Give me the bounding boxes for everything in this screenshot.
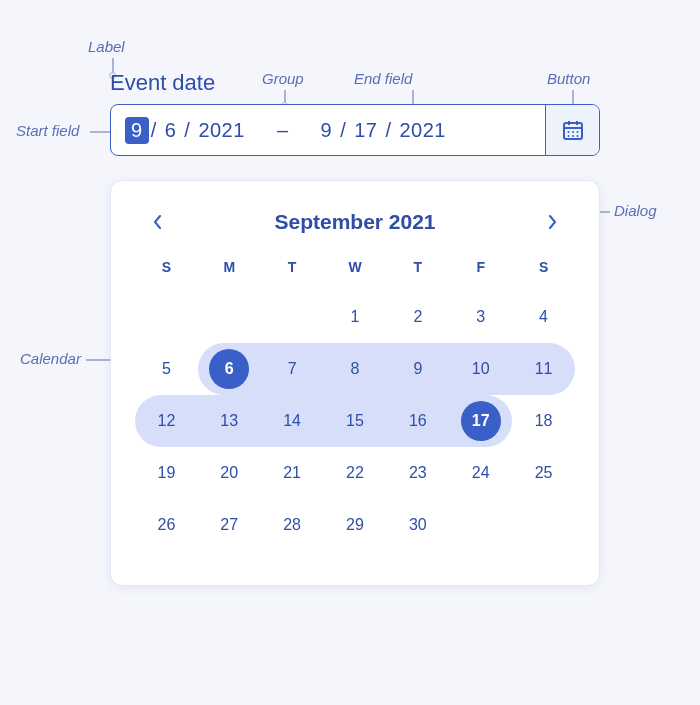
annotation-label: Label	[88, 38, 125, 55]
calendar-day-number: 26	[146, 505, 186, 545]
end-day-segment[interactable]: 17	[348, 117, 383, 144]
dow-header: F	[449, 253, 512, 291]
field-label: Event date	[110, 70, 600, 96]
calendar-day-number: 4	[524, 297, 564, 337]
dow-header: T	[386, 253, 449, 291]
calendar-day[interactable]: 8	[324, 343, 387, 395]
day-of-week-row: SMTWTFS	[135, 253, 575, 291]
calendar-day[interactable]: 1	[324, 291, 387, 343]
calendar-day-number: 19	[146, 453, 186, 493]
calendar-empty-cell	[198, 291, 261, 343]
calendar-day-number: 10	[461, 349, 501, 389]
prev-month-button[interactable]	[145, 209, 171, 235]
calendar-day[interactable]: 19	[135, 447, 198, 499]
calendar-day-number: 16	[398, 401, 438, 441]
calendar-day[interactable]: 29	[324, 499, 387, 551]
svg-point-6	[576, 131, 578, 133]
calendar-day[interactable]: 4	[512, 291, 575, 343]
calendar-day-number: 25	[524, 453, 564, 493]
calendar-day-number: 12	[146, 401, 186, 441]
calendar-day[interactable]: 11	[512, 343, 575, 395]
annotation-start-field: Start field	[16, 122, 79, 139]
svg-point-5	[572, 131, 574, 133]
calendar-day-number: 8	[335, 349, 375, 389]
calendar-day[interactable]: 30	[386, 499, 449, 551]
annotation-calendar: Calendar	[20, 350, 81, 367]
calendar-day[interactable]: 18	[512, 395, 575, 447]
calendar-day[interactable]: 27	[198, 499, 261, 551]
calendar-grid: 1234567891011121314151617181920212223242…	[135, 291, 575, 551]
dow-header: T	[261, 253, 324, 291]
start-year-segment[interactable]: 2021	[192, 117, 251, 144]
svg-point-9	[576, 135, 578, 137]
calendar-day[interactable]: 12	[135, 395, 198, 447]
svg-point-8	[572, 135, 574, 137]
calendar-button[interactable]	[545, 105, 599, 155]
calendar-day-number: 29	[335, 505, 375, 545]
date-fields: 9 / 6 / 2021 – 9 / 17 / 2021	[111, 105, 545, 155]
calendar-day-number: 23	[398, 453, 438, 493]
end-month-segment[interactable]: 9	[315, 117, 339, 144]
calendar-day[interactable]: 10	[449, 343, 512, 395]
calendar-day-number: 5	[146, 349, 186, 389]
calendar-day-number: 24	[461, 453, 501, 493]
calendar-day[interactable]: 26	[135, 499, 198, 551]
calendar-day[interactable]: 17	[449, 395, 512, 447]
calendar-day[interactable]: 5	[135, 343, 198, 395]
chevron-left-icon	[153, 215, 163, 229]
calendar-day-number: 15	[335, 401, 375, 441]
annotation-dialog: Dialog	[614, 202, 657, 219]
calendar-icon	[561, 118, 585, 142]
calendar-day-number: 30	[398, 505, 438, 545]
calendar-day-number: 21	[272, 453, 312, 493]
svg-point-4	[567, 131, 569, 133]
date-range-picker: Event date 9 / 6 / 2021 – 9 / 17 / 2021	[110, 70, 600, 156]
calendar-day-number: 7	[272, 349, 312, 389]
calendar-day-number: 17	[461, 401, 501, 441]
start-separator: /	[149, 119, 159, 142]
calendar-day-number: 22	[335, 453, 375, 493]
dow-header: S	[135, 253, 198, 291]
end-separator: /	[383, 119, 393, 142]
calendar-day-number: 3	[461, 297, 501, 337]
calendar-day-number: 9	[398, 349, 438, 389]
calendar-day[interactable]: 20	[198, 447, 261, 499]
field-group: 9 / 6 / 2021 – 9 / 17 / 2021	[110, 104, 600, 156]
start-day-segment[interactable]: 6	[159, 117, 183, 144]
calendar-header: September 2021	[135, 209, 575, 253]
end-separator: /	[338, 119, 348, 142]
calendar-day[interactable]: 14	[261, 395, 324, 447]
end-year-segment[interactable]: 2021	[394, 117, 453, 144]
calendar-day[interactable]: 15	[324, 395, 387, 447]
calendar-day-number: 18	[524, 401, 564, 441]
calendar-day[interactable]: 3	[449, 291, 512, 343]
chevron-right-icon	[547, 215, 557, 229]
range-separator: –	[251, 119, 315, 142]
calendar-empty-cell	[135, 291, 198, 343]
next-month-button[interactable]	[539, 209, 565, 235]
calendar-day[interactable]: 7	[261, 343, 324, 395]
calendar-day[interactable]: 23	[386, 447, 449, 499]
start-separator: /	[182, 119, 192, 142]
calendar-day[interactable]: 2	[386, 291, 449, 343]
calendar-empty-cell	[261, 291, 324, 343]
calendar-day[interactable]: 28	[261, 499, 324, 551]
calendar-day[interactable]: 22	[324, 447, 387, 499]
dow-header: W	[324, 253, 387, 291]
calendar-day-number: 28	[272, 505, 312, 545]
start-month-segment[interactable]: 9	[125, 117, 149, 144]
calendar-day[interactable]: 24	[449, 447, 512, 499]
calendar-day-number: 20	[209, 453, 249, 493]
calendar-day[interactable]: 21	[261, 447, 324, 499]
calendar-day[interactable]: 16	[386, 395, 449, 447]
svg-point-7	[567, 135, 569, 137]
calendar-day-number: 27	[209, 505, 249, 545]
calendar-day[interactable]: 13	[198, 395, 261, 447]
calendar-day-number: 2	[398, 297, 438, 337]
calendar-day[interactable]: 9	[386, 343, 449, 395]
calendar-day[interactable]: 6	[198, 343, 261, 395]
calendar-day[interactable]: 25	[512, 447, 575, 499]
calendar-day-number: 14	[272, 401, 312, 441]
dow-header: S	[512, 253, 575, 291]
calendar-day-number: 13	[209, 401, 249, 441]
